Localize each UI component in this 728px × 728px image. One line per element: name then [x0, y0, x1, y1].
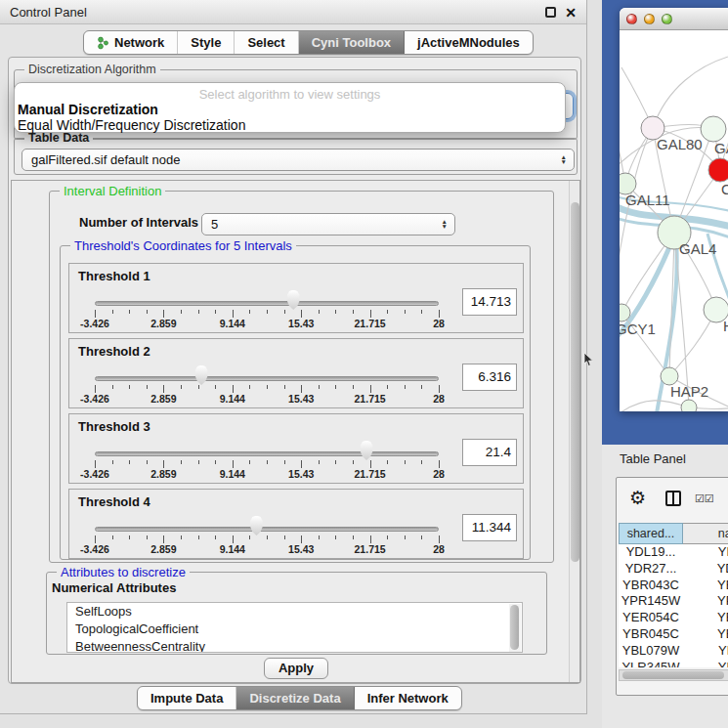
- slider-tick: [439, 310, 440, 318]
- table-panel-title: Table Panel: [620, 451, 686, 466]
- discretization-algorithm-group-title: Discretization Algorithm: [24, 63, 160, 76]
- slider-tick: [95, 535, 96, 543]
- slider-tick-label: 9.144: [220, 543, 245, 555]
- tab-style[interactable]: Style: [178, 31, 235, 54]
- slider-tick: [353, 385, 354, 389]
- combo-arrows-icon: ▲▼: [442, 219, 448, 231]
- table-row[interactable]: YDL19...YDL1: [619, 544, 728, 561]
- threshold-slider-thumb[interactable]: [360, 441, 374, 460]
- split-columns-icon[interactable]: [665, 491, 681, 506]
- combo-arrows-icon: ▲▼: [561, 154, 567, 166]
- slider-tick-label: 2.859: [150, 468, 176, 480]
- slider-tick: [301, 535, 302, 543]
- slider-tick: [129, 310, 130, 314]
- attribute-list-item[interactable]: SelfLoops: [67, 603, 522, 621]
- table-horizontal-scrollbar[interactable]: [619, 669, 728, 681]
- column-header-1[interactable]: shared...: [619, 523, 683, 544]
- slider-tick: [421, 385, 422, 389]
- slider-tick: [112, 460, 113, 464]
- slider-tick: [181, 310, 182, 314]
- interval-definition-group-title: Interval Definition: [60, 184, 165, 198]
- list-scrollbar[interactable]: [509, 604, 521, 653]
- bottom-tab-impute-data[interactable]: Impute Data: [138, 687, 236, 709]
- numerical-attributes-list[interactable]: SelfLoopsTopologicalCoefficientBetweenne…: [66, 602, 523, 653]
- table-row[interactable]: YBR045CYBR0: [619, 626, 728, 643]
- slider-tick: [147, 535, 148, 539]
- slider-tick: [95, 385, 96, 393]
- slider-tick: [233, 385, 234, 393]
- float-window-icon[interactable]: [545, 7, 556, 18]
- threshold-slider-thumb[interactable]: [194, 365, 209, 385]
- window-title: Control Panel: [10, 0, 87, 24]
- threshold-slider-track[interactable]: [95, 376, 439, 381]
- threshold-slider-track[interactable]: [95, 301, 439, 306]
- tab-select[interactable]: Select: [235, 31, 298, 54]
- slider-tick-label: 28: [433, 393, 445, 405]
- slider-tick: [147, 385, 148, 389]
- slider-tick: [319, 385, 320, 389]
- popup-option-manual[interactable]: Manual Discretization: [18, 102, 158, 117]
- network-node-node-top-right[interactable]: [701, 116, 726, 142]
- network-edge[interactable]: [620, 401, 689, 411]
- zoom-traffic-light[interactable]: [662, 14, 672, 24]
- table-data-select[interactable]: galFiltered.sif default node ▲▼: [21, 149, 575, 171]
- table-hscroll-thumb[interactable]: [622, 671, 724, 679]
- threshold-slider-track[interactable]: [95, 451, 439, 456]
- close-traffic-light[interactable]: [626, 14, 637, 24]
- network-svg: GAL80GACGAL11GAL4GCY1HHAP2: [620, 30, 728, 411]
- network-node-label: H: [723, 318, 728, 334]
- bottom-tab-infer-network[interactable]: Infer Network: [355, 687, 461, 709]
- network-node-node-red[interactable]: [708, 158, 728, 182]
- table-row[interactable]: YLR345WYLR3: [619, 660, 728, 667]
- settings-scroll-area: Interval Definition Number of Intervals …: [11, 180, 580, 683]
- main-scrollbar[interactable]: [569, 181, 580, 683]
- threshold-value-field[interactable]: 14.713: [462, 288, 517, 316]
- slider-tick: [421, 310, 422, 314]
- table-cell-name: YBL0: [683, 643, 728, 660]
- slider-tick: [215, 310, 216, 314]
- algorithm-dropdown-popup: Select algorithm to view settings Manual…: [14, 82, 566, 133]
- slider-tick: [249, 310, 250, 314]
- threshold-slider-thumb[interactable]: [286, 290, 301, 310]
- slider-tick: [335, 535, 336, 539]
- tab-network[interactable]: Network: [84, 31, 178, 54]
- slider-tick: [198, 535, 199, 539]
- table-row[interactable]: YPR145WYPR1: [619, 593, 728, 610]
- table-row[interactable]: YER054CYER0: [619, 610, 728, 626]
- main-scrollbar-thumb[interactable]: [571, 202, 579, 562]
- gear-icon[interactable]: ⚙: [629, 487, 646, 509]
- table-row[interactable]: YBR043CYBR0: [619, 578, 728, 594]
- threshold-slider-track[interactable]: [95, 527, 439, 532]
- threshold-value-field[interactable]: 6.316: [462, 364, 517, 391]
- table-header-row: shared...name: [619, 523, 728, 544]
- threshold-value-field[interactable]: 11.344: [462, 514, 517, 541]
- table-row[interactable]: YDR27...YDR2: [619, 561, 728, 578]
- control-panel-tabs: NetworkStyleSelectCyni ToolboxjActiveMNo…: [83, 30, 534, 55]
- checkbox-pair-icon[interactable]: ☑☑: [695, 492, 714, 505]
- bottom-tab-discretize-data[interactable]: Discretize Data: [236, 687, 354, 709]
- attribute-list-item[interactable]: TopologicalCoefficient: [67, 621, 522, 638]
- tab-jactivemnodules[interactable]: jActiveMNodules: [405, 31, 533, 54]
- attribute-list-item[interactable]: BetweennessCentrality: [67, 638, 522, 653]
- network-node-node-bottom[interactable]: [681, 400, 697, 411]
- network-canvas[interactable]: GAL80GACGAL11GAL4GCY1HHAP2: [620, 30, 728, 411]
- table-row[interactable]: YBL079WYBL0: [619, 643, 728, 660]
- popup-option-equal-width[interactable]: Equal Width/Frequency Discretization: [18, 117, 245, 133]
- slider-tick: [387, 460, 388, 464]
- close-icon[interactable]: ✕: [565, 3, 577, 22]
- tab-cyni-toolbox[interactable]: Cyni Toolbox: [299, 31, 405, 54]
- threshold-slider-thumb[interactable]: [249, 516, 264, 535]
- minimize-traffic-light[interactable]: [644, 14, 655, 24]
- threshold-value-field[interactable]: 21.4: [462, 439, 517, 466]
- slider-tick-label: 28: [433, 543, 445, 555]
- slider-tick: [284, 460, 285, 464]
- slider-tick-label: -3.426: [80, 543, 109, 555]
- table-cell-name: YBR0: [683, 578, 728, 594]
- tab-label: Style: [191, 31, 221, 54]
- attributes-group-title: Attributes to discretize: [57, 565, 190, 579]
- number-of-intervals-select[interactable]: 5 ▲▼: [201, 213, 455, 236]
- column-header-2[interactable]: name: [683, 523, 728, 544]
- apply-button[interactable]: Apply: [264, 658, 328, 679]
- threshold-box: Threshold 3-3.4262.8599.14415.4321.71528…: [68, 413, 524, 484]
- table-cell-name: YBR0: [683, 626, 728, 643]
